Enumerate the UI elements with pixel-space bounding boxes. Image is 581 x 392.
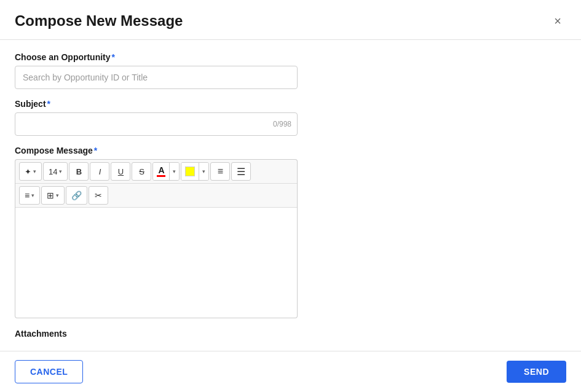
highlight-color-chevron-icon: ▾ (202, 168, 205, 174)
font-color-bar (157, 175, 165, 177)
close-button[interactable]: × (549, 12, 566, 29)
modal-header: Compose New Message × (0, 0, 581, 40)
font-color-group: A ▾ (152, 162, 180, 181)
font-color-button[interactable]: A (153, 163, 170, 180)
ordered-list-icon: ≡ (218, 166, 223, 177)
subject-counter: 0/998 (273, 120, 291, 128)
compose-message-field-group: Compose Message* ✦ ▾ 14 ▾ (15, 146, 566, 318)
subject-input[interactable] (15, 112, 298, 136)
italic-icon: I (99, 167, 101, 176)
align-button[interactable]: ≡ ▾ (19, 186, 40, 205)
opportunity-label: Choose an Opportunity* (15, 52, 566, 62)
magic-wand-button[interactable]: ✦ ▾ (19, 162, 42, 181)
subject-wrapper: 0/998 (15, 112, 298, 136)
align-icon: ≡ (25, 190, 30, 200)
eraser-icon: ✂ (95, 190, 102, 200)
subject-label: Subject* (15, 99, 566, 109)
modal-body: Choose an Opportunity* Subject* 0/998 Co… (0, 40, 581, 351)
font-size-label: 14 (49, 167, 57, 176)
font-size-button[interactable]: 14 ▾ (43, 162, 68, 181)
modal-title: Compose New Message (15, 12, 183, 29)
italic-button[interactable]: I (90, 162, 109, 181)
font-color-indicator: A (157, 166, 165, 177)
font-color-dropdown-button[interactable]: ▾ (170, 163, 179, 180)
toolbar-row-2: ≡ ▾ ⊞ ▾ 🔗 ✂ (15, 184, 297, 208)
table-button[interactable]: ⊞ ▾ (41, 186, 65, 205)
required-star: * (112, 52, 115, 62)
attachments-section: Attachments (15, 328, 566, 339)
ordered-list-button[interactable]: ≡ (210, 162, 230, 181)
font-size-chevron: ▾ (59, 168, 62, 174)
highlight-color-dropdown-button[interactable]: ▾ (199, 163, 208, 180)
table-chevron-icon: ▾ (56, 192, 59, 198)
modal-footer: CANCEL SEND (0, 351, 581, 392)
editor-toolbar: ✦ ▾ 14 ▾ B I (15, 159, 298, 208)
font-color-a-label: A (158, 166, 164, 174)
compose-message-modal: Compose New Message × Choose an Opportun… (0, 0, 581, 392)
clear-format-button[interactable]: ✂ (89, 186, 108, 205)
message-editor[interactable] (15, 208, 298, 318)
strikethrough-button[interactable]: S (132, 162, 151, 181)
bold-button[interactable]: B (69, 162, 89, 181)
bold-icon: B (76, 167, 82, 176)
highlight-color-swatch (185, 167, 195, 176)
strikethrough-icon: S (139, 167, 144, 176)
unordered-list-icon: ☰ (237, 166, 245, 178)
align-chevron-icon: ▾ (31, 192, 34, 198)
attachments-label: Attachments (15, 329, 67, 339)
subject-field-group: Subject* 0/998 (15, 99, 566, 136)
opportunity-search-input[interactable] (15, 66, 298, 89)
underline-button[interactable]: U (111, 162, 130, 181)
link-button[interactable]: 🔗 (66, 186, 87, 205)
magic-wand-icon: ✦ (25, 167, 31, 176)
compose-label: Compose Message* (15, 146, 566, 155)
cancel-button[interactable]: CANCEL (15, 360, 83, 383)
highlight-color-group: ▾ (181, 162, 209, 181)
highlight-color-button[interactable] (181, 163, 199, 180)
toolbar-row-1: ✦ ▾ 14 ▾ B I (15, 160, 297, 184)
table-icon: ⊞ (47, 190, 54, 200)
font-color-chevron-icon: ▾ (173, 168, 176, 174)
link-icon: 🔗 (71, 190, 82, 200)
subject-required-star: * (47, 99, 50, 109)
send-button[interactable]: SEND (507, 361, 566, 383)
underline-icon: U (118, 167, 124, 176)
magic-wand-chevron: ▾ (33, 168, 36, 174)
compose-required-star: * (94, 146, 97, 155)
opportunity-field-group: Choose an Opportunity* (15, 52, 566, 89)
unordered-list-button[interactable]: ☰ (231, 162, 251, 181)
